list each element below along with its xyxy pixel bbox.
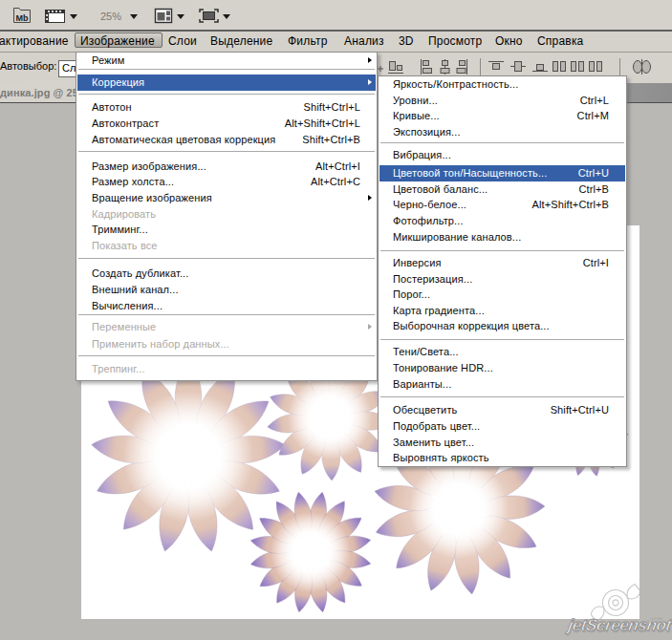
svg-text:Mb: Mb	[16, 13, 29, 23]
svg-text:25%: 25%	[100, 11, 121, 22]
